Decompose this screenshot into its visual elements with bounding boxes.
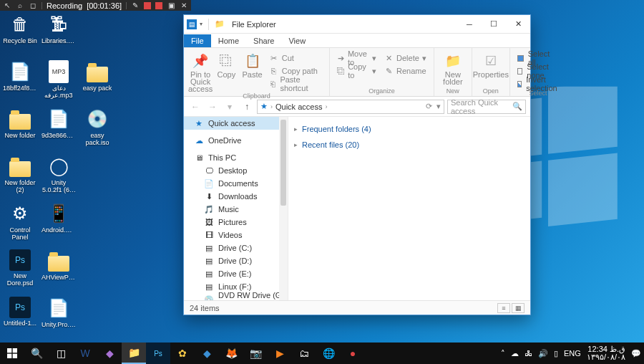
tray-lang[interactable]: ENG [564,349,581,358]
sidebar-onedrive[interactable]: ☁OneDrive [184,134,288,147]
tray-onedrive-icon[interactable]: ☁ [511,349,519,358]
titlebar[interactable]: ▤ ▾ 📁 File Explorer ─ ☐ ✕ [184,15,530,34]
desktop-icon[interactable]: easy pack [80,60,114,100]
desktop-icon-label: Recycle Bin [3,37,37,44]
taskbar-chrome[interactable]: 🌐 [316,343,341,364]
desktop-icon[interactable]: ⚙Control Panel [3,202,37,242]
close-button[interactable]: ✕ [506,15,530,34]
paste-shortcut-button[interactable]: ⎗Paste shortcut [266,78,325,90]
desktop-icon[interactable]: PsUntitled-1... [3,297,37,337]
sidebar-item[interactable]: ▤Drive (C:) [184,241,288,254]
recording-label: Recording [47,1,82,10]
sidebar-item[interactable]: 📄Documents [184,177,288,190]
qa-dropdown-icon[interactable]: ▾ [200,21,203,27]
pause-icon[interactable] [144,2,151,9]
stop-icon[interactable] [155,2,162,9]
desktop-icon[interactable]: New folder (2) [3,155,37,195]
sidebar-this-pc[interactable]: 🖥This PC [184,151,288,164]
taskbar-file-explorer[interactable]: 📁 [122,343,146,364]
tray-overflow-icon[interactable]: ˄ [501,349,505,358]
desktop-icon[interactable]: 📄Unity.Pro.P... [42,297,76,337]
sidebar-quick-access[interactable]: ★Quick access [184,117,288,130]
sidebar-item[interactable]: ⬇Downloads [184,190,288,203]
task-view-button[interactable]: ◫ [49,343,73,364]
tab-file[interactable]: File [184,34,211,47]
copy-button[interactable]: ⿻Copy [214,51,238,78]
zoom-icon[interactable]: ⌕ [16,1,24,10]
cursor-icon[interactable]: ↖ [3,1,11,10]
desktop-icon[interactable]: 🗑Recycle Bin [3,13,37,53]
close-recorder-icon[interactable]: ✕ [180,1,188,10]
zip-icon: 🗜 [47,13,70,36]
thumbnails-view-button[interactable]: ▦ [512,303,525,313]
taskbar-visualstudio[interactable]: ◆ [97,343,122,364]
invert-selection-button[interactable]: Invert selection [514,78,562,90]
desktop-icon[interactable]: ◯Unity 5.0.2f1 (64-bit) [42,155,76,195]
properties-button[interactable]: ☑Properties [477,51,505,78]
rename-button[interactable]: ✎Rename [381,65,429,77]
sidebar-item[interactable]: 🖼Pictures [184,216,288,229]
refresh-icon[interactable]: ⟳ [426,102,432,111]
sidebar-item[interactable]: 💿DVD RW Drive (G:) D2-Unity2D [184,293,288,300]
up-button[interactable]: ↑ [240,100,254,114]
new-folder-button[interactable]: 📁New folder [439,51,467,85]
sidebar-item[interactable]: ▤Drive (E:) [184,267,288,280]
sidebar-scrollbar[interactable] [279,117,288,300]
taskbar-photoshop[interactable]: Ps [146,343,170,364]
quick-access-toolbar-icon[interactable]: ▤ [187,19,197,29]
sidebar-item[interactable]: 🎞Videos [184,229,288,241]
recent-files-group[interactable]: ▸Recent files (20) [294,137,525,153]
tab-share[interactable]: Share [246,34,281,47]
taskbar-word[interactable]: W [73,343,97,364]
start-button[interactable] [0,343,24,364]
search-input[interactable]: Search Quick access 🔍 [447,100,526,114]
taskbar-camera[interactable]: 📷 [243,343,268,364]
tray-notifications-icon[interactable]: 💬 [631,349,641,358]
sidebar-item[interactable]: 🖵Desktop [184,164,288,177]
drive-icon: ▤ [204,282,214,292]
tray-network-icon[interactable]: 🖧 [525,349,532,358]
desktop-icon[interactable]: 💿easy pack.iso [80,107,114,148]
desktop-icon[interactable]: 🗜Libraries.zip [42,13,76,53]
taskbar-record[interactable]: ● [341,343,365,364]
desktop-icon[interactable]: 📄18bff24f841... [3,60,37,100]
content-pane[interactable]: ▸Frequent folders (4) ▸Recent files (20) [288,117,530,300]
tray-battery-icon[interactable]: ▯ [554,349,558,358]
tray-clock[interactable]: 12:34 ق.ظ ۱۳۹۵/۰۸/۰۸ [587,345,625,361]
minimize-button[interactable]: ─ [457,15,482,34]
address-bar: ← → ▾ ↑ ★ › Quick access › ⟳▾ Search Qui… [184,97,530,117]
pin-to-quick-access-button[interactable]: 📌Pin to Quick access [188,51,213,92]
maximize-button[interactable]: ☐ [482,15,506,34]
sidebar-item[interactable]: ▤Drive (D:) [184,254,288,267]
recent-locations-button[interactable]: ▾ [223,100,237,114]
frequent-folders-group[interactable]: ▸Frequent folders (4) [294,121,525,137]
tab-home[interactable]: Home [211,34,246,47]
breadcrumb[interactable]: ★ › Quick access › ⟳▾ [257,100,444,114]
details-view-button[interactable]: ≡ [497,303,510,313]
crop-icon[interactable]: ◻ [29,1,37,10]
delete-button[interactable]: ✕Delete▾ [381,52,429,64]
desktop-icon[interactable]: PsNew Dore.psd [3,249,37,289]
tray-volume-icon[interactable]: 🔊 [538,349,548,358]
sidebar-item[interactable]: 🎵Music [184,203,288,216]
desktop-icon[interactable]: 📄9d3e866c46... [42,107,76,148]
tab-view[interactable]: View [281,34,313,47]
taskbar-app-yellow[interactable]: ✿ [170,343,195,364]
back-button[interactable]: ← [188,100,203,114]
paste-button[interactable]: 📋Paste [240,51,264,78]
forward-button[interactable]: → [205,100,220,114]
taskbar-firefox[interactable]: 🦊 [219,343,243,364]
taskbar-app-blue[interactable]: ◆ [195,343,219,364]
cut-button[interactable]: ✂Cut [266,52,325,64]
taskbar-media[interactable]: ▶ [268,343,292,364]
desktop-icon[interactable]: AHViewPa... [42,249,76,289]
desktop-icon-label: AHViewPa... [42,274,76,281]
pencil-icon[interactable]: ✎ [131,1,140,10]
camera-icon[interactable]: ▣ [167,1,175,10]
search-button[interactable]: 🔍 [24,343,49,364]
taskbar-app-folder[interactable]: 🗂 [292,343,316,364]
desktop-icon[interactable]: 📱Android.St... [42,202,76,242]
copy-to-button[interactable]: ⿻Copy to▾ [334,65,379,77]
desktop-icon[interactable]: MP3دعای عرفه.mp3 [42,60,76,100]
desktop-icon[interactable]: New folder [3,107,37,148]
